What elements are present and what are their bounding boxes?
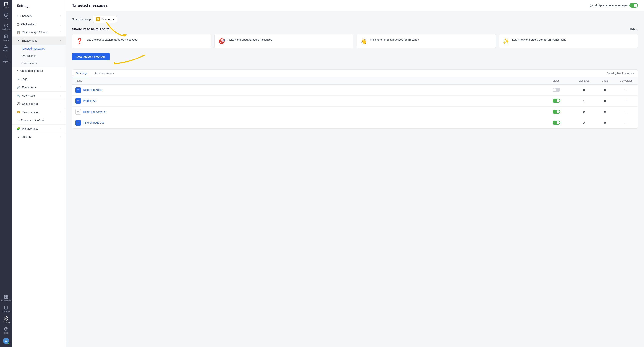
row-4-displayed: 2 (572, 117, 596, 128)
tab-announcements[interactable]: Announcements (91, 70, 117, 77)
nav-reports[interactable]: Reports (0, 54, 12, 65)
col-displayed: Displayed (572, 77, 596, 85)
chevron-right-icon: › (60, 23, 61, 26)
sidebar-item-surveys[interactable]: 📋 Chat surveys & forms › (12, 29, 66, 37)
sidebar-item-tags[interactable]: 🏷 Tags (12, 75, 66, 83)
security-icon: 🛡 (17, 135, 20, 138)
nav-settings[interactable]: Settings (1, 314, 11, 325)
widget-icon: ▢ (17, 23, 19, 26)
sidebar-item-channels-label: Channels (20, 15, 32, 18)
messages-table: Name Status Displayed Chats Conversion T… (72, 77, 638, 128)
sidebar-item-chat-settings-label: Chat settings (22, 102, 38, 105)
sidebar-item-ticket-settings[interactable]: 🎫 Ticket settings › (12, 108, 66, 116)
row-4-status-toggle[interactable] (552, 121, 560, 125)
sidebar-item-channels[interactable]: # Channels › (12, 12, 66, 20)
svg-marker-24 (113, 62, 116, 65)
ecommerce-icon: 🛒 (17, 86, 20, 89)
row-2-conversion: - (615, 96, 638, 107)
nav-subscribe[interactable]: Subscribe (1, 304, 11, 314)
row-3-status-toggle[interactable] (552, 110, 560, 114)
chevron-up-icon: ∧ (636, 28, 638, 31)
sidebar-item-download[interactable]: ⬇ Download LiveChat › (12, 116, 66, 125)
canned-icon: # (17, 69, 18, 72)
row-4-name[interactable]: Time on page 10s (83, 121, 104, 124)
shortcuts-header: Shortcuts to helpful stuff Hide ∧ (72, 28, 638, 31)
main-header: Targeted messages Multiple targeted mess… (66, 0, 644, 11)
row-1-status-toggle[interactable] (552, 88, 560, 92)
settings-sidebar: Settings # Channels › ▢ Chat widget › 📋 … (12, 0, 66, 347)
submenu-chat-buttons[interactable]: Chat buttons (12, 60, 66, 67)
shortcut-best-practices[interactable]: 👋 Click here for best practices for gree… (356, 34, 496, 48)
sidebar-item-agent-tools-label: Agent tools (22, 94, 36, 97)
group-name: General (102, 18, 111, 21)
shortcut-announcement[interactable]: ✨ Learn how to create a perfect announce… (499, 34, 638, 48)
tab-greetings[interactable]: Greetings (72, 70, 91, 77)
table-row: T Product Ad 1 0 - (72, 96, 638, 107)
row-3-name[interactable]: Returning customer (83, 110, 106, 113)
sidebar-title: Settings (12, 0, 66, 12)
nav-traffic[interactable]: Traffic (0, 11, 12, 22)
row-1-icon: T (75, 87, 81, 93)
row-3-status (550, 107, 572, 117)
sidebar-item-canned[interactable]: # Canned responses (12, 67, 66, 75)
shortcut-tour[interactable]: ❓ Take the tour to explore targeted mess… (72, 34, 211, 48)
sidebar-item-agent-tools[interactable]: 🔧 Agent tools › (12, 92, 66, 100)
shortcut-tour-text: Take the tour to explore targeted messag… (86, 38, 137, 42)
sidebar-item-security[interactable]: 🛡 Security › (12, 133, 66, 141)
page-title: Targeted messages (72, 3, 108, 8)
submenu-targeted-messages[interactable]: Targeted messages (12, 45, 66, 52)
setup-label: Setup for group (72, 18, 91, 21)
multiple-toggle-label: Multiple targeted messages (595, 4, 628, 7)
svg-rect-14 (4, 306, 8, 309)
nav-agents[interactable]: Agents (0, 43, 12, 54)
nav-tickets-label: Tickets (3, 39, 9, 41)
chevron-right-icon: › (60, 127, 61, 130)
avatar-badge (8, 342, 10, 344)
new-targeted-message-button[interactable]: New targeted message (72, 53, 110, 60)
nav-help[interactable]: Help (1, 325, 11, 336)
nav-marketplace[interactable]: Marketplace (1, 293, 11, 304)
row-3-name-cell: ▢ Returning customer (72, 107, 550, 117)
nav-subscribe-label: Subscribe (2, 310, 10, 312)
group-badge: G (96, 17, 100, 21)
sidebar-item-surveys-label: Chat surveys & forms (22, 31, 48, 34)
col-chats: Chats (596, 77, 615, 85)
multiple-targeted-toggle[interactable] (630, 3, 638, 8)
sidebar-item-chat-settings[interactable]: 💬 Chat settings › (12, 100, 66, 108)
row-2-name-cell: T Product Ad (72, 96, 550, 107)
row-4-name-cell: T Time on page 10s (72, 117, 550, 128)
nav-tickets[interactable]: Tickets (0, 32, 12, 43)
row-4-conversion: - (615, 117, 638, 128)
row-1-name[interactable]: Returning visitor (83, 88, 102, 91)
nav-archives[interactable]: Archives (0, 22, 12, 32)
nav-help-label: Help (4, 332, 8, 334)
chevron-right-icon: › (60, 94, 61, 97)
chevron-right-icon: › (60, 15, 61, 17)
shortcut-read-more[interactable]: 🎯 Read more about targeted messages (214, 34, 354, 48)
row-2-status-toggle[interactable] (552, 99, 560, 103)
tools-icon: 🔧 (17, 94, 20, 97)
row-2-name[interactable]: Product Ad (83, 99, 96, 102)
chevron-right-icon: › (60, 103, 61, 105)
sidebar-item-manage-apps[interactable]: 🧩 Manage apps › (12, 125, 66, 133)
group-select[interactable]: G General ▾ (93, 16, 117, 23)
sidebar-item-engagement-label: Engagement (22, 39, 37, 42)
submenu-eye-catcher[interactable]: Eye-catcher (12, 52, 66, 60)
sidebar-item-chat-widget[interactable]: ▢ Chat widget › (12, 20, 66, 29)
nav-chats[interactable]: Chats (0, 0, 12, 11)
row-3-displayed: 2 (572, 107, 596, 117)
sidebar-item-engagement[interactable]: 👁 Engagement ∨ (12, 37, 66, 45)
hide-button[interactable]: Hide ∧ (630, 28, 638, 31)
ticket-icon: 🎫 (17, 111, 20, 114)
row-3-icon: ▢ (75, 109, 81, 115)
sidebar-item-security-label: Security (22, 135, 31, 138)
sidebar-item-canned-label: Canned responses (20, 69, 43, 72)
nav-avatar[interactable]: JD (1, 336, 11, 347)
sidebar-item-ecommerce[interactable]: 🛒 Ecommerce › (12, 83, 66, 92)
shortcut-best-practices-text: Click here for best practices for greeti… (370, 38, 419, 42)
row-2-displayed: 1 (572, 96, 596, 107)
sidebar-item-tags-label: Tags (22, 78, 27, 81)
nav-chats-label: Chats (4, 7, 9, 9)
row-3-chats: 0 (596, 107, 615, 117)
svg-rect-11 (6, 295, 8, 296)
